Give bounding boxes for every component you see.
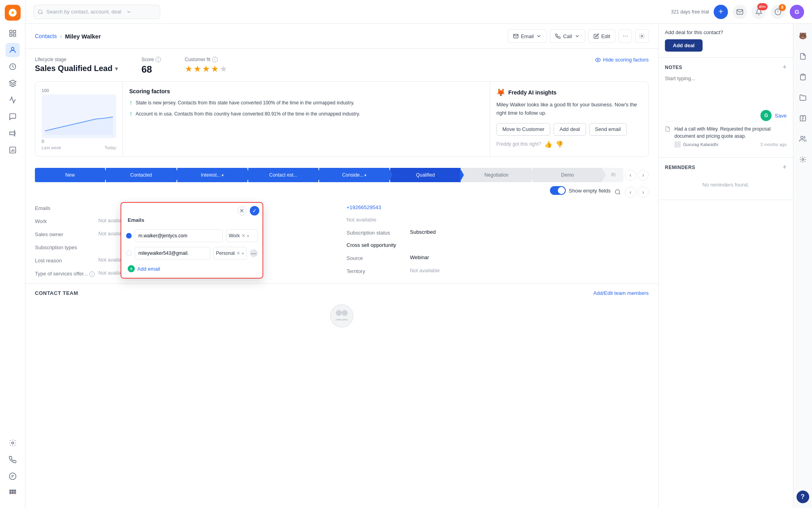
move-to-customer-button[interactable]: Move to Customer	[496, 123, 550, 136]
notes-save-button[interactable]: Save	[775, 113, 787, 119]
phone-value[interactable]: +19266529543	[347, 204, 381, 210]
add-deal-button[interactable]: Add deal	[665, 39, 703, 52]
email-type-clear-1[interactable]: ✕	[241, 233, 245, 239]
stage-new[interactable]: New	[35, 168, 105, 182]
email-type-select-1[interactable]: Work ✕ ▾	[226, 229, 258, 242]
alerts-button[interactable]: 8	[771, 5, 785, 19]
nav-analytics-icon[interactable]	[6, 93, 20, 107]
svg-rect-11	[12, 490, 13, 491]
stage-contact-est[interactable]: Contact est...	[248, 168, 318, 182]
rp-icon-users[interactable]	[796, 132, 810, 146]
stage-qualified[interactable]: Qualified	[390, 168, 460, 182]
note-meta-1: Gururag Kalanidhi 3 months ago	[674, 141, 787, 148]
email-type-select-2[interactable]: Personal ✕ ▾	[213, 247, 247, 260]
stage-conside-dropdown[interactable]: ▾	[364, 173, 366, 177]
stage-interest[interactable]: Interest... ▾	[177, 168, 247, 182]
thumbs-up-button[interactable]: 👍	[544, 140, 552, 148]
chart-zero-label: 0	[42, 139, 116, 144]
breadcrumb-bar: Contacts › Miley Walker Email Call Edit	[25, 24, 658, 49]
email-popup-confirm-button[interactable]: ✓	[250, 206, 259, 216]
add-reminder-button[interactable]: +	[782, 163, 787, 171]
call-button[interactable]: Call	[550, 29, 585, 43]
email-row-1: Work ✕ ▾	[121, 227, 262, 244]
add-email-icon[interactable]: +	[128, 265, 135, 272]
star-1: ★	[185, 64, 193, 74]
email-input-2[interactable]	[135, 247, 210, 260]
content-area: Contacts › Miley Walker Email Call Edit	[25, 24, 658, 508]
more-actions-button[interactable]: ⋯	[619, 29, 632, 43]
add-deal-button[interactable]: Add deal	[553, 123, 586, 136]
email-input-1[interactable]	[135, 229, 223, 242]
stage-interest-dropdown[interactable]: ▾	[222, 173, 224, 177]
rp-icon-connections[interactable]	[796, 152, 810, 167]
email-type-arrow-1[interactable]: ▾	[247, 234, 249, 238]
score-info-icon[interactable]: i	[155, 57, 161, 62]
stage-next-button[interactable]: ›	[638, 169, 649, 181]
show-empty-switch[interactable]	[550, 186, 566, 195]
alerts-badge: 8	[779, 4, 786, 11]
thumbs-down-button[interactable]: 👎	[555, 140, 563, 148]
chart-box	[42, 94, 116, 138]
chart-area: 100 0 Last week Today	[35, 82, 123, 156]
stage-negotiation[interactable]: Negotiation	[462, 168, 532, 182]
notes-input[interactable]	[665, 75, 787, 107]
stage-contacted[interactable]: Contacted	[106, 168, 176, 182]
svg-point-23	[331, 305, 353, 327]
lifecycle-label: Lifecycle stage	[35, 57, 118, 62]
customer-fit-info-icon[interactable]: i	[212, 57, 218, 62]
email-button[interactable]: Email	[508, 29, 547, 43]
fields-right: +19266529543 Not available Subscription …	[347, 204, 649, 277]
nav-chat-icon[interactable]	[6, 110, 20, 124]
email-type-arrow-2[interactable]: ▾	[242, 251, 244, 256]
add-button[interactable]: +	[714, 5, 728, 19]
email-type-clear-2[interactable]: ✕	[236, 250, 240, 256]
stage-demo[interactable]: Demo	[532, 168, 603, 182]
email-popup-title: Emails	[121, 216, 262, 227]
email-popup-close-button[interactable]: ✕	[237, 206, 247, 216]
nav-contacts-icon[interactable]	[6, 43, 20, 57]
rp-icon-bear[interactable]: 🐻	[796, 29, 810, 43]
lifecycle-value-button[interactable]: Sales Qualified Lead ▾	[35, 64, 118, 73]
breadcrumb-parent[interactable]: Contacts	[35, 33, 57, 39]
app-logo[interactable]	[5, 5, 21, 21]
settings-button[interactable]	[635, 29, 649, 43]
svg-point-28	[801, 136, 803, 139]
add-note-button[interactable]: +	[782, 63, 787, 71]
nav-megaphone-icon[interactable]	[6, 126, 20, 140]
rp-icon-document[interactable]	[796, 49, 810, 64]
nav-cube-icon[interactable]	[6, 76, 20, 90]
svg-point-24	[336, 310, 342, 316]
stage-pi[interactable]: Pi	[603, 168, 623, 182]
email-row-2: Personal ✕ ▾ —	[121, 244, 262, 262]
nav-chat2-icon[interactable]	[6, 469, 20, 483]
nav-reports-icon[interactable]	[6, 143, 20, 157]
field-next-button[interactable]: ›	[638, 187, 649, 198]
search-bar[interactable]: Search by contact, account, deal	[33, 5, 160, 19]
stage-conside[interactable]: Conside... ▾	[319, 168, 389, 182]
remove-email-button[interactable]: —	[250, 249, 258, 257]
rp-icon-folder[interactable]	[796, 90, 810, 105]
toggle-knob	[558, 187, 565, 194]
add-email-label[interactable]: Add email	[137, 266, 160, 272]
add-edit-team-link[interactable]: Add/Edit team members	[594, 290, 649, 296]
user-avatar[interactable]: G	[790, 5, 804, 19]
stage-prev-button[interactable]: ‹	[625, 169, 636, 181]
edit-button[interactable]: Edit	[588, 29, 615, 43]
rp-icon-help[interactable]: ?	[797, 491, 809, 503]
rp-icon-page[interactable]	[796, 111, 810, 125]
hide-scoring-button[interactable]: Hide scoring factors	[595, 57, 649, 63]
nav-deals-icon[interactable]	[6, 60, 20, 74]
rp-icon-clipboard[interactable]	[796, 70, 810, 84]
type-services-info-icon[interactable]: i	[89, 271, 95, 277]
nav-phone-icon[interactable]	[6, 452, 20, 467]
nav-dashboard-icon[interactable]	[6, 26, 20, 40]
send-email-button[interactable]: Send email	[589, 123, 627, 136]
nav-grid-icon[interactable]	[6, 486, 20, 500]
fields-top-row: Show empty fields ‹ ›	[25, 182, 658, 198]
mail-button[interactable]	[733, 5, 747, 19]
field-prev-button[interactable]: ‹	[625, 187, 636, 198]
nav-settings-icon[interactable]	[6, 436, 20, 450]
search-fields-icon[interactable]	[615, 189, 621, 195]
notifications-button[interactable]: 4 Doc	[752, 5, 766, 19]
scoring-factors-title: Scoring factors	[129, 88, 483, 94]
